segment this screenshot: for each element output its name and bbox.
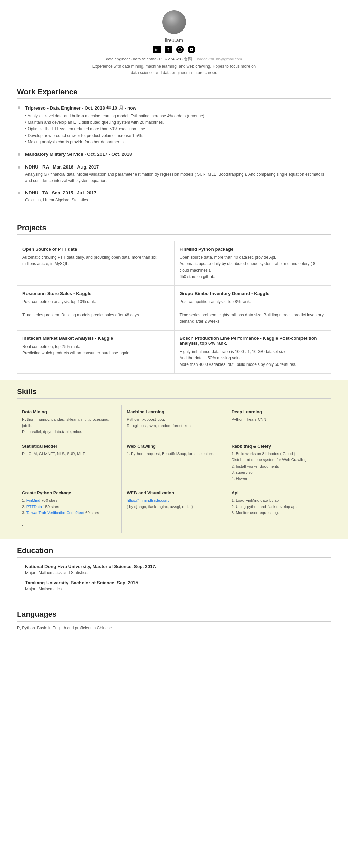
social-links: in f ◯ ✿ xyxy=(7,46,341,53)
skill-detail: 1. Build works on 8 Linodes ( Cloud )Dis… xyxy=(232,451,326,482)
work-item: Mandatory Military Service · Oct. 2017 -… xyxy=(17,152,331,158)
work-title: Tripresso - Data Engineer · Oct. 2018 年 … xyxy=(25,105,331,111)
projects-section: Projects Open Source of PTT data Automat… xyxy=(0,217,348,380)
skill-detail: Python - xgboost-gpu.R - xgboost, svm, r… xyxy=(127,416,221,429)
projects-grid: Open Source of PTT data Automatic crawli… xyxy=(17,241,331,374)
project-title: Instacart Market Basket Analysis - Kaggl… xyxy=(22,336,169,341)
dot xyxy=(18,192,20,194)
skill-cell: Deep Learning Python - kears-CNN. xyxy=(226,405,331,439)
taiwan-link[interactable]: TaiwanTrainVerificationCode2text xyxy=(26,511,84,515)
profile-section: lireu.am in f ◯ ✿ data engineer · data s… xyxy=(0,0,348,81)
work-content: NDHU - RA · Mar. 2016 - Aug. 2017 Analys… xyxy=(25,164,331,184)
skill-cell: Data Mining Python - numpy, pandas, skle… xyxy=(17,405,122,439)
project-desc: Open source data, more than 40 dataset, … xyxy=(180,254,326,280)
work-item: Tripresso - Data Engineer · Oct. 2018 年 … xyxy=(17,105,331,145)
work-desc: Calculus, Linear Algebra, Statistics. xyxy=(25,197,331,203)
project-desc: Post-competition analysis, top 10% rank.… xyxy=(22,299,169,318)
project-cell: FinMind Python package Open source data,… xyxy=(174,241,331,286)
skill-detail: Python - kears-CNN. xyxy=(232,416,326,422)
project-title: Bosch Production Line Performance - Kagg… xyxy=(180,336,326,346)
languages-section: Languages R, Python. Basic in English an… xyxy=(0,603,348,637)
education-section: Education National Dong Hwa University, … xyxy=(0,539,348,603)
skill-name: Create Python Package xyxy=(22,490,116,495)
project-cell: Rossmann Store Sales - Kaggle Post-compe… xyxy=(17,285,174,330)
skill-cell: Create Python Package 1. FinMind 700 sta… xyxy=(17,486,122,533)
skill-cell: Statistical Model R - GLM, GLMNET, NLS, … xyxy=(17,439,122,486)
project-desc: Real competition, top 25% rank.Predictin… xyxy=(22,343,169,356)
skill-name: Statistical Model xyxy=(22,443,116,449)
work-desc: • Analysis travel data and build a machi… xyxy=(25,113,331,145)
timeline-line xyxy=(19,170,19,184)
work-content: Tripresso - Data Engineer · Oct. 2018 年 … xyxy=(25,105,331,145)
project-title: FinMind Python package xyxy=(180,246,326,252)
timeline-dot xyxy=(17,190,21,203)
timeline-dot xyxy=(17,105,21,145)
finmind-link[interactable]: FinMind xyxy=(26,498,40,502)
edu-content: National Dong Hwa University, Master of … xyxy=(25,564,331,575)
skill-name: Data Mining xyxy=(22,409,116,414)
work-title: NDHU - TA · Sep. 2015 - Jul. 2017 xyxy=(25,190,331,195)
edu-timeline xyxy=(17,564,21,575)
dot xyxy=(18,166,20,169)
work-experience-title: Work Experience xyxy=(17,87,331,99)
work-item: NDHU - TA · Sep. 2015 - Jul. 2017 Calcul… xyxy=(17,190,331,203)
languages-text: R, Python. Basic in English and proficie… xyxy=(17,626,331,630)
project-cell: Open Source of PTT data Automatic crawli… xyxy=(17,241,174,286)
timeline-dot xyxy=(17,152,21,158)
education-title: Education xyxy=(17,546,331,558)
project-cell: Bosch Production Line Performance - Kagg… xyxy=(174,330,331,374)
skill-cell: WEB and Visualization https://finmindtra… xyxy=(122,486,226,533)
skill-name: Rabbitmq & Celery xyxy=(232,443,326,449)
skill-name: WEB and Visualization xyxy=(127,490,221,495)
skill-detail: https://finmindtrade.com/ ( by django, f… xyxy=(127,497,221,510)
project-desc: Highly imbalance data, ratio is 1000 : 1… xyxy=(180,349,326,368)
education-item: National Dong Hwa University, Master of … xyxy=(17,564,331,575)
edu-degree: National Dong Hwa University, Master of … xyxy=(25,564,331,569)
project-desc: Automatic crawling PTT data daily, and p… xyxy=(22,254,169,267)
skill-name: Machine Learning xyxy=(127,409,221,414)
web-icon[interactable]: ✿ xyxy=(188,46,195,53)
profile-description: Experience with data mining, machine lea… xyxy=(89,63,259,76)
avatar xyxy=(162,10,186,34)
skill-detail: 1. FinMind 700 stars 2. PTTData 150 star… xyxy=(22,497,116,529)
work-content: Mandatory Military Service · Oct. 2017 -… xyxy=(25,152,331,158)
facebook-icon[interactable]: f xyxy=(165,46,172,53)
languages-title: Languages xyxy=(17,610,331,622)
edu-timeline xyxy=(17,580,21,591)
skill-detail: Python - numpy, pandas, sklearn, multipr… xyxy=(22,416,116,435)
skill-detail: 1. Load FinMind data by api.2. Using pyt… xyxy=(232,497,326,516)
skill-name: Web Crawling xyxy=(127,443,221,449)
skill-cell: Api 1. Load FinMind data by api.2. Using… xyxy=(226,486,331,533)
work-desc: Analysing G7 financial data. Model valid… xyxy=(25,171,331,184)
edu-major: Major : Mathematics and Statistics. xyxy=(25,570,331,575)
edu-line xyxy=(19,565,19,575)
github-icon[interactable]: ◯ xyxy=(176,46,184,53)
profile-name: lireu.am xyxy=(7,37,341,43)
work-content: NDHU - TA · Sep. 2015 - Jul. 2017 Calcul… xyxy=(25,190,331,203)
skill-detail: 1. Python - request, BeautifulSoup, lxml… xyxy=(127,451,221,457)
edu-degree: Tamkang University. Bachelor of Science,… xyxy=(25,580,331,585)
profile-meta: data engineer · data scientist · 0987274… xyxy=(7,57,341,62)
education-item: Tamkang University. Bachelor of Science,… xyxy=(17,580,331,591)
skill-cell: Machine Learning Python - xgboost-gpu.R … xyxy=(122,405,226,439)
timeline-line xyxy=(19,110,19,145)
finmind-web-link[interactable]: https://finmindtrade.com/ xyxy=(127,498,169,502)
project-title: Rossmann Store Sales - Kaggle xyxy=(22,291,169,296)
avatar-image xyxy=(162,10,186,34)
edu-content: Tamkang University. Bachelor of Science,… xyxy=(25,580,331,591)
work-title: NDHU - RA · Mar. 2016 - Aug. 2017 xyxy=(25,164,331,170)
edu-line xyxy=(19,581,19,591)
linkedin-icon[interactable]: in xyxy=(153,46,161,53)
skills-title: Skills xyxy=(17,387,331,399)
pttdata-link[interactable]: PTTData xyxy=(26,505,42,509)
timeline-dot xyxy=(17,164,21,184)
skill-detail: R - GLM, GLMNET, NLS, SUR, MLE. xyxy=(22,451,116,457)
work-title: Mandatory Military Service · Oct. 2017 -… xyxy=(25,152,331,157)
dot xyxy=(18,106,20,109)
project-title: Open Source of PTT data xyxy=(22,246,169,252)
skill-name: Deep Learning xyxy=(232,409,326,414)
work-experience-section: Work Experience Tripresso - Data Enginee… xyxy=(0,81,348,217)
skill-cell: Web Crawling 1. Python - request, Beauti… xyxy=(122,439,226,486)
timeline-line xyxy=(19,157,19,158)
projects-title: Projects xyxy=(17,223,331,235)
